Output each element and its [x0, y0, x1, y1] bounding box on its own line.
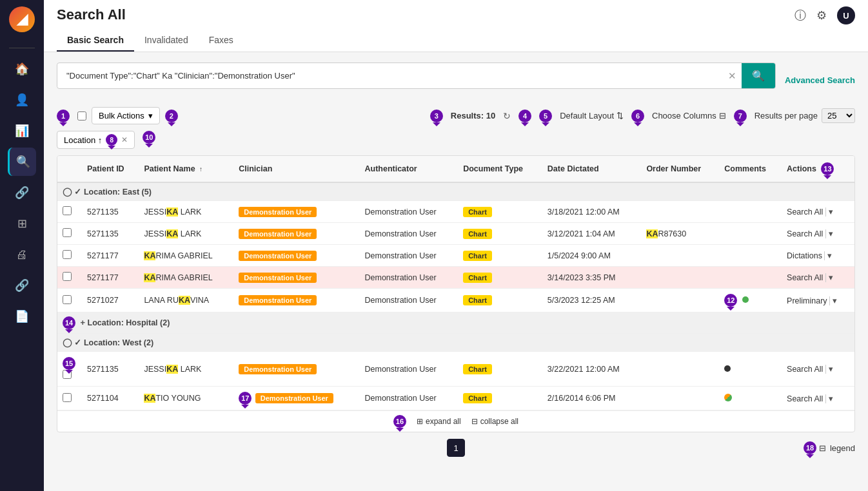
- content-area: ✕ 🔍 Advanced Search 1 Bulk Actions ▾ 2 3: [44, 52, 868, 491]
- badge-4: 4: [518, 110, 531, 122]
- col-actions[interactable]: Actions 13: [782, 156, 854, 182]
- results-table-container: Patient ID Patient Name ↑ Clinician Auth…: [57, 155, 855, 432]
- patient-name: KARIMA GABRIEL: [139, 245, 233, 267]
- actions: Preliminary ▾: [782, 289, 854, 313]
- col-comments[interactable]: Comments: [719, 156, 782, 182]
- action-link[interactable]: Dictations: [787, 251, 822, 260]
- select-all-checkbox[interactable]: [77, 111, 86, 120]
- action-dropdown-arrow[interactable]: ▾: [825, 394, 833, 403]
- action-dropdown-arrow[interactable]: ▾: [825, 229, 833, 238]
- search-bar: ✕ 🔍: [57, 63, 776, 89]
- collapse-all-button[interactable]: ⊟ collapse all: [471, 415, 518, 428]
- comments: 12: [719, 289, 782, 313]
- sidebar-item-grid[interactable]: ⊞: [8, 209, 36, 238]
- chip-label: Location ↑: [64, 135, 102, 145]
- date-dictated: 3/12/2021 1:04 AM: [542, 223, 642, 245]
- comments: [719, 387, 782, 410]
- action-dropdown-arrow[interactable]: ▾: [824, 251, 832, 260]
- action-link[interactable]: Search All: [787, 229, 823, 238]
- col-patient-name[interactable]: Patient Name ↑: [139, 156, 233, 182]
- bulk-actions-button[interactable]: Bulk Actions ▾: [92, 107, 160, 124]
- action-dropdown-arrow[interactable]: ▾: [829, 296, 837, 305]
- refresh-icon[interactable]: ↻: [503, 111, 511, 121]
- badge-15: 15: [63, 357, 75, 370]
- sidebar-item-network[interactable]: 🔗: [8, 178, 36, 207]
- sidebar-item-users[interactable]: 👤: [8, 86, 36, 114]
- tab-faxes[interactable]: Faxes: [199, 30, 244, 52]
- badge-6: 6: [631, 110, 644, 122]
- sidebar-item-document[interactable]: 📄: [8, 302, 36, 331]
- sidebar-item-search[interactable]: 🔍: [8, 148, 36, 176]
- chip-remove-icon[interactable]: ✕: [121, 135, 128, 144]
- sidebar: ◢ 🏠 👤 📊 🔍 🔗 ⊞ 🖨 🔗 📄: [0, 0, 44, 491]
- topbar-header: Search All ⓘ ⚙ U: [57, 6, 855, 30]
- col-date-dictated[interactable]: Date Dictated: [542, 156, 642, 182]
- row-checkbox[interactable]: [63, 272, 72, 281]
- expand-all-button[interactable]: ⊞ expand all: [417, 415, 461, 428]
- sidebar-item-home[interactable]: 🏠: [8, 55, 36, 83]
- badge-18: 18: [804, 441, 816, 454]
- date-dictated: 3/18/2021 12:00 AM: [542, 201, 642, 223]
- row-checkbox[interactable]: [63, 295, 72, 304]
- order-number: [641, 352, 719, 387]
- results-table: Patient ID Patient Name ↑ Clinician Auth…: [57, 156, 854, 410]
- search-input[interactable]: [57, 64, 723, 87]
- action-link[interactable]: Search All: [787, 273, 823, 282]
- order-number: [641, 201, 719, 223]
- row-checkbox[interactable]: [63, 250, 72, 259]
- date-dictated: 3/14/2023 3:35 PM: [542, 267, 642, 289]
- topbar-icons: ⓘ ⚙ U: [794, 6, 855, 24]
- action-link[interactable]: Preliminary: [787, 296, 827, 305]
- settings-icon[interactable]: ⚙: [816, 8, 827, 23]
- comments: [719, 245, 782, 267]
- doc-type: Chart: [458, 223, 542, 245]
- order-number: KAR87630: [641, 223, 719, 245]
- patient-id: 5271135: [82, 352, 139, 387]
- help-icon[interactable]: ⓘ: [794, 8, 806, 23]
- columns-icon: ⊟: [719, 111, 726, 120]
- layout-icon: ⇅: [616, 111, 624, 120]
- table-row: 5271135 JESSIKA LARK Demonstration User …: [57, 223, 854, 245]
- col-clinician[interactable]: Clinician: [233, 156, 359, 182]
- collapse-east-icon[interactable]: ◯: [63, 187, 72, 197]
- expand-hospital-icon[interactable]: +: [80, 318, 85, 327]
- sidebar-item-print[interactable]: 🖨: [8, 240, 36, 269]
- tab-invalidated[interactable]: Invalidated: [134, 30, 199, 52]
- default-layout-button[interactable]: Default Layout ⇅: [560, 111, 624, 120]
- col-doc-type[interactable]: Document Type: [458, 156, 542, 182]
- choose-columns-button[interactable]: Choose Columns ⊟: [652, 111, 726, 120]
- comments: [719, 352, 782, 387]
- sidebar-item-link[interactable]: 🔗: [8, 271, 36, 300]
- topbar: Search All ⓘ ⚙ U Basic Search Invalidate…: [44, 0, 868, 52]
- table-row: 5271177 KARIMA GABRIEL Demonstration Use…: [57, 267, 854, 289]
- sidebar-item-analytics[interactable]: 📊: [8, 117, 36, 145]
- user-avatar[interactable]: U: [837, 6, 855, 24]
- action-link[interactable]: Search All: [787, 394, 823, 403]
- results-per-page-select[interactable]: 25 50 100: [822, 108, 855, 123]
- table-row: 5271104 KATIO YOUNG 17 Demonstration Use…: [57, 387, 854, 410]
- table-header-row: Patient ID Patient Name ↑ Clinician Auth…: [57, 156, 854, 182]
- legend-button[interactable]: ⊟ legend: [819, 443, 855, 453]
- date-dictated: 2/16/2014 6:06 PM: [542, 387, 642, 410]
- action-link[interactable]: Search All: [787, 365, 823, 374]
- search-clear-icon[interactable]: ✕: [723, 70, 742, 82]
- row-checkbox[interactable]: [63, 206, 72, 215]
- location-filter-chip: Location ↑ 8 ✕: [57, 131, 135, 149]
- advanced-search-link[interactable]: Advanced Search: [785, 75, 855, 85]
- col-order-number[interactable]: Order Number: [641, 156, 719, 182]
- col-authenticator[interactable]: Authenticator: [359, 156, 458, 182]
- collapse-west-icon[interactable]: ◯: [63, 338, 72, 347]
- page-1-button[interactable]: 1: [447, 439, 465, 457]
- row-checkbox[interactable]: [63, 393, 72, 402]
- clinician: 17 Demonstration User: [233, 387, 359, 410]
- col-patient-id[interactable]: Patient ID: [82, 156, 139, 182]
- actions: Search All ▾: [782, 201, 854, 223]
- date-dictated: 5/3/2023 12:25 AM: [542, 289, 642, 313]
- row-checkbox[interactable]: [63, 228, 72, 237]
- action-dropdown-arrow[interactable]: ▾: [825, 207, 833, 217]
- action-dropdown-arrow[interactable]: ▾: [825, 365, 833, 374]
- search-button[interactable]: 🔍: [742, 63, 775, 88]
- action-link[interactable]: Search All: [787, 207, 823, 217]
- action-dropdown-arrow[interactable]: ▾: [825, 273, 833, 282]
- tab-basic-search[interactable]: Basic Search: [57, 30, 134, 52]
